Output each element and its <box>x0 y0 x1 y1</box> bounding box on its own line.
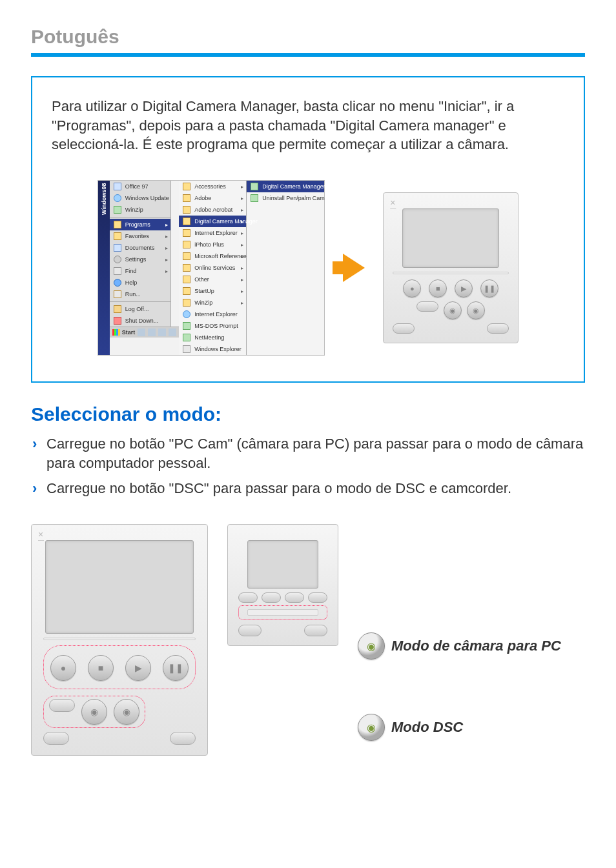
folder-icon <box>183 252 190 260</box>
sm-sub-acrobat[interactable]: Adobe Acrobat <box>179 204 246 216</box>
sm-dcm-uninstall[interactable]: Uninstall Pen/palm Cam <box>247 192 324 204</box>
dsc-pill[interactable] <box>308 592 327 603</box>
sm-shutdown[interactable]: Shut Down... <box>110 315 170 327</box>
sm-label: Shut Down... <box>125 318 159 324</box>
folder-icon <box>183 276 190 283</box>
sm-sub-other[interactable]: Other <box>179 274 246 285</box>
logoff-icon <box>114 305 121 313</box>
pc-cam-toggle[interactable] <box>49 699 75 712</box>
sm-sub-adobe[interactable]: Adobe <box>179 192 246 204</box>
pause-button[interactable]: ❚❚ <box>163 655 189 681</box>
sm-top-office[interactable]: Office 97 <box>110 181 170 192</box>
sm-label: Help <box>125 279 138 286</box>
record-button[interactable]: ● <box>403 279 421 298</box>
sm-documents[interactable]: Documents <box>110 242 170 254</box>
dsc-bottom-pill[interactable] <box>238 625 262 636</box>
sm-top-winzip[interactable]: WinZip <box>110 204 170 216</box>
pause-button[interactable]: ❚❚ <box>480 279 498 298</box>
sm-programs[interactable]: Programs <box>110 219 170 230</box>
sm-settings[interactable]: Settings <box>110 254 170 265</box>
preview-screen <box>402 208 499 268</box>
sm-label: Microsoft Reference <box>194 253 247 259</box>
sm-sub-accessories[interactable]: Accessories <box>179 181 246 192</box>
thumbnail-strip <box>393 272 509 274</box>
dsc-pill[interactable] <box>262 592 281 603</box>
dsc-pill[interactable] <box>285 592 304 603</box>
bottom-controls <box>393 323 509 334</box>
camera-manager-dsc-panel <box>227 524 338 646</box>
shutdown-icon <box>114 317 121 325</box>
sm-label: Digital Camera Manager <box>194 218 258 225</box>
mode-knob-2[interactable]: ◉ <box>114 699 139 725</box>
sm-sub-online[interactable]: Online Services <box>179 262 246 274</box>
settings-pill[interactable] <box>170 732 196 745</box>
folder-icon <box>183 287 190 295</box>
sm-label: Log Off... <box>125 306 149 312</box>
favorites-icon <box>114 232 121 240</box>
sm-find[interactable]: Find <box>110 265 170 277</box>
sm-sub-winzip[interactable]: WinZip <box>179 297 246 308</box>
update-icon <box>114 194 121 202</box>
pc-cam-toggle[interactable] <box>416 301 438 312</box>
sm-sub-msref[interactable]: Microsoft Reference <box>179 250 246 262</box>
mode-knob[interactable]: ◉ <box>444 301 462 319</box>
play-button[interactable]: ▶ <box>125 655 151 681</box>
sm-help[interactable]: Help <box>110 277 170 288</box>
settings-pill[interactable] <box>487 323 509 334</box>
title-rule <box>31 53 585 57</box>
record-button[interactable]: ● <box>50 655 76 681</box>
play-button[interactable]: ▶ <box>455 279 473 298</box>
window-close-icon[interactable]: × — <box>390 198 396 212</box>
window-close-icon[interactable]: × — <box>38 530 44 543</box>
stop-button[interactable]: ■ <box>429 279 447 298</box>
taskbar-icon[interactable] <box>169 328 176 336</box>
folder-icon <box>183 194 190 202</box>
dcm-icon <box>251 183 258 190</box>
dsc-thumbnail-highlight <box>238 605 327 620</box>
sm-logoff[interactable]: Log Off... <box>110 303 170 315</box>
sm-sub-iphoto[interactable]: iPhoto Plus <box>179 239 246 250</box>
bullet-list: Carregue no botão "PC Cam" (câmara para … <box>31 434 585 498</box>
start-menu: Windows98 Office 97 Windows Update WinZi… <box>98 180 325 356</box>
sm-label: NetMeeting <box>194 334 224 341</box>
sm-sub-ie2[interactable]: Internet Explorer <box>179 308 246 320</box>
start-button[interactable]: Start <box>112 329 136 336</box>
sm-label: Programs <box>125 221 150 228</box>
netmeeting-icon <box>183 334 190 341</box>
taskbar-icon[interactable] <box>148 328 156 336</box>
arrow-right-icon <box>343 254 365 282</box>
sm-label: Adobe Acrobat <box>194 207 232 213</box>
stop-button[interactable]: ■ <box>88 655 114 681</box>
sm-sub-msdos[interactable]: MS-DOS Prompt <box>179 320 246 332</box>
documents-icon <box>114 244 121 252</box>
sm-label: Digital Camera Manager <box>262 183 325 190</box>
dsc-toggle[interactable] <box>43 732 69 745</box>
mode-callouts: ◉ Modo de câmara para PC ◉ Modo DSC <box>358 620 561 754</box>
preview-screen <box>247 540 318 589</box>
sm-sub-ie[interactable]: Internet Explorer <box>179 227 246 239</box>
sm-sub-winexp[interactable]: Windows Explorer <box>179 343 246 355</box>
sm-run[interactable]: Run... <box>110 288 170 300</box>
taskbar-icon[interactable] <box>158 328 166 336</box>
sm-favorites[interactable]: Favorites <box>110 230 170 242</box>
folder-icon <box>183 229 190 237</box>
sm-dcm-launch[interactable]: Digital Camera Manager <box>247 181 324 192</box>
dsc-toggle[interactable] <box>393 323 415 334</box>
office-icon <box>114 183 121 190</box>
sm-sub-dcm[interactable]: Digital Camera Manager <box>179 216 246 227</box>
camera-manager-window: × — ● ■ ▶ ❚❚ ◉ ◉ <box>383 192 518 343</box>
dsc-pill[interactable] <box>238 592 258 603</box>
mode-knob[interactable]: ◉ <box>81 699 107 725</box>
sm-top-winupdate[interactable]: Windows Update <box>110 192 170 204</box>
pc-cam-controls-highlight: ● ■ ▶ ❚❚ <box>43 645 196 689</box>
dsc-bottom-pill[interactable] <box>304 625 327 636</box>
sm-sub-startup[interactable]: StartUp <box>179 285 246 297</box>
sm-sub-netmeeting[interactable]: NetMeeting <box>179 332 246 343</box>
mode-knob-2[interactable]: ◉ <box>467 301 485 319</box>
folder-icon <box>183 299 190 307</box>
sm-label: Run... <box>125 291 141 298</box>
folder-icon <box>183 241 190 248</box>
ie-icon <box>183 310 190 318</box>
sm-label: Uninstall Pen/palm Cam <box>262 195 325 201</box>
taskbar-icon[interactable] <box>138 328 145 336</box>
